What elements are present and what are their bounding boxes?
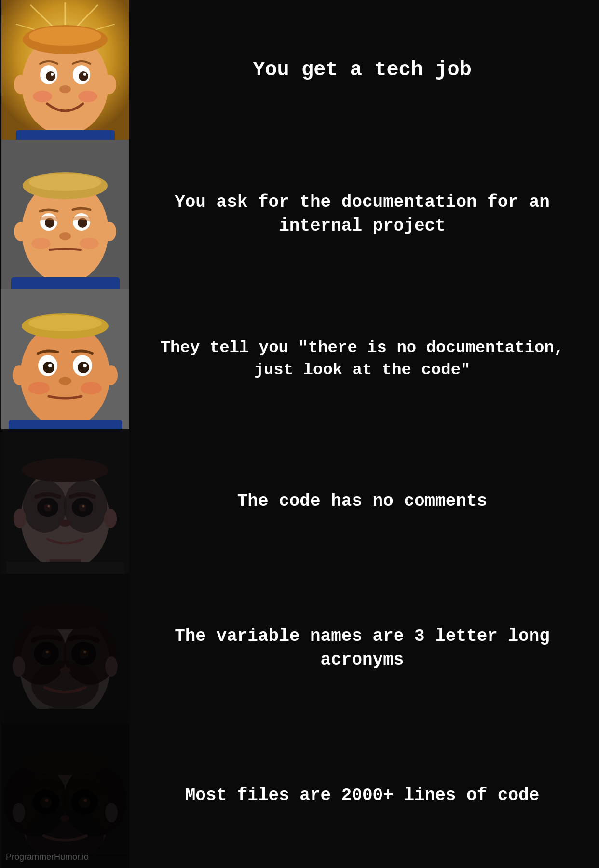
text-col-5: The variable names are 3 letter long acr…	[130, 615, 599, 681]
svg-point-14	[83, 73, 86, 76]
svg-point-49	[81, 382, 102, 394]
svg-point-65	[82, 505, 84, 508]
svg-point-62	[44, 504, 52, 512]
svg-point-45	[48, 364, 52, 367]
meme-row-5: The variable names are 3 letter long acr…	[0, 574, 599, 723]
svg-point-32	[80, 238, 99, 249]
svg-point-69	[22, 458, 109, 482]
svg-point-15	[59, 85, 71, 93]
svg-point-68	[104, 509, 117, 528]
svg-point-64	[47, 505, 50, 508]
meme-row-3: They tell you "there is no documentation…	[0, 289, 599, 429]
svg-point-97	[79, 797, 90, 808]
face-concerned	[1, 140, 129, 289]
meme-row-4: The code has no comments	[0, 429, 599, 574]
svg-point-80	[79, 649, 89, 659]
meme-row-1: You get a tech job	[0, 0, 599, 140]
svg-point-103	[21, 750, 109, 775]
watermark: ProgrammerHumor.io	[6, 852, 89, 862]
svg-point-19	[103, 75, 116, 94]
svg-point-83	[60, 667, 70, 673]
svg-point-82	[83, 651, 86, 653]
face-col-6	[0, 723, 130, 868]
face-darker	[1, 574, 129, 723]
meme-text-1: You get a tech job	[253, 56, 472, 84]
text-col-3: They tell you "there is no documentation…	[130, 327, 599, 391]
svg-point-21	[29, 27, 101, 46]
svg-point-98	[45, 799, 48, 802]
text-col-4: The code has no comments	[130, 480, 599, 523]
face-darkest	[1, 723, 129, 868]
face-col-2	[0, 140, 130, 289]
face-dark	[1, 429, 129, 574]
svg-point-30	[59, 232, 71, 240]
svg-point-79	[41, 649, 51, 659]
svg-point-63	[79, 504, 86, 512]
text-col-2: You ask for the documentation for an int…	[130, 181, 599, 247]
svg-rect-40	[9, 420, 122, 429]
svg-point-36	[29, 174, 101, 191]
face-col-5	[0, 574, 130, 723]
meme-row-2: You ask for the documentation for an int…	[0, 140, 599, 289]
svg-point-102	[105, 803, 118, 822]
svg-point-44	[78, 362, 89, 373]
svg-point-17	[78, 91, 97, 102]
svg-point-34	[103, 222, 116, 241]
svg-point-84	[13, 656, 25, 677]
svg-point-53	[28, 315, 102, 331]
meme-text-4: The code has no comments	[237, 490, 487, 514]
svg-point-81	[46, 651, 49, 653]
meme-text-6: Most files are 2000+ lines of code	[185, 784, 540, 808]
svg-point-85	[105, 656, 118, 677]
svg-point-66	[59, 520, 71, 527]
svg-rect-8	[16, 130, 115, 140]
svg-point-13	[51, 73, 54, 76]
svg-point-18	[14, 75, 27, 94]
face-col-1	[0, 0, 130, 140]
svg-point-86	[21, 603, 109, 629]
svg-point-101	[13, 803, 25, 822]
meme-container: You get a tech job	[0, 0, 599, 868]
svg-point-99	[83, 799, 87, 802]
svg-point-11	[46, 71, 55, 81]
svg-point-46	[83, 364, 87, 367]
svg-point-50	[13, 365, 26, 385]
svg-rect-59	[6, 562, 124, 574]
svg-point-16	[33, 91, 52, 102]
svg-point-12	[79, 71, 88, 81]
face-col-3	[0, 289, 130, 429]
svg-point-96	[40, 797, 52, 808]
text-col-6: Most files are 2000+ lines of code	[130, 774, 599, 817]
svg-rect-25	[11, 277, 120, 289]
svg-point-31	[31, 238, 51, 249]
face-col-4	[0, 429, 130, 574]
svg-point-51	[104, 365, 118, 385]
meme-row-6: Most files are 2000+ lines of code	[0, 723, 599, 868]
text-col-1: You get a tech job	[130, 47, 599, 94]
svg-point-43	[43, 362, 54, 373]
meme-text-2: You ask for the documentation for an int…	[140, 191, 585, 238]
svg-point-100	[60, 815, 70, 821]
svg-point-48	[28, 382, 50, 394]
svg-rect-76	[4, 709, 127, 723]
meme-text-5: The variable names are 3 letter long acr…	[140, 625, 585, 672]
svg-point-47	[59, 377, 71, 385]
face-more-concerned	[1, 289, 129, 429]
svg-point-67	[14, 509, 26, 528]
meme-text-3: They tell you "there is no documentation…	[140, 337, 585, 381]
svg-point-33	[14, 222, 27, 241]
face-happy	[1, 0, 129, 140]
